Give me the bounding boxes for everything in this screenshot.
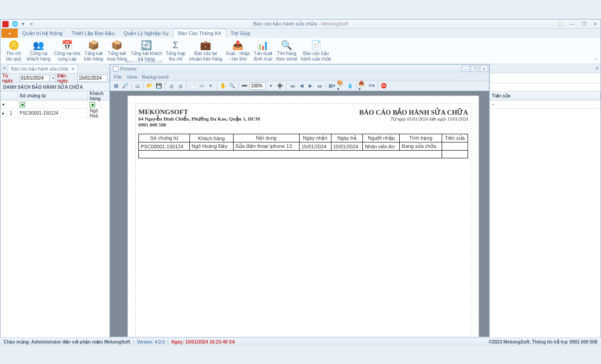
table-row[interactable]: ▸ 1 PSC00001-150124 Ngô Hoà: [0, 109, 109, 118]
report-page: MEKONGSOFT 64 Nguyễn Đình Chiểu, Phường …: [127, 96, 479, 337]
ribbon-icon: 📊: [258, 40, 269, 51]
row-indicator: ▸: [0, 109, 8, 117]
ribbon-btn-8[interactable]: 📤Xuất - nhập- tồn kho: [224, 39, 252, 62]
from-date-input[interactable]: [20, 75, 50, 82]
close-right-tab-icon[interactable]: ✕: [593, 64, 601, 73]
to-date-input[interactable]: [77, 75, 107, 82]
last-icon[interactable]: ⏭: [316, 82, 324, 90]
status-date: Ngày: 15/01/2024 10:23:48 SA: [171, 339, 235, 344]
ribbon-btn-3[interactable]: 📦Tổng kếtbán hàng: [82, 39, 105, 62]
ribbon-icon: 🪙: [8, 40, 19, 51]
print-icon[interactable]: 🖨: [167, 82, 175, 90]
zoom-input[interactable]: [250, 82, 266, 90]
pv-menu-file[interactable]: File: [114, 74, 122, 80]
export-icon[interactable]: 📤▾: [358, 82, 367, 90]
scale-icon[interactable]: ▾: [207, 82, 215, 90]
company-addr: 64 Nguyễn Đình Chiểu, Phường Đa Kao, Quậ…: [138, 116, 260, 122]
hand-icon[interactable]: ✋: [219, 82, 227, 90]
open-icon[interactable]: 📂: [146, 82, 154, 90]
dropdown-icon[interactable]: ▾: [20, 20, 27, 28]
menu-tab-reports[interactable]: Báo Cáo Thống Kê: [173, 29, 226, 38]
globe-icon[interactable]: 🌐: [11, 20, 19, 28]
pagesetup-icon[interactable]: 📄: [188, 82, 197, 90]
preview-title-text: Preview: [120, 66, 137, 71]
header-icon[interactable]: ▭: [198, 82, 206, 90]
ribbon-icon: 📤: [232, 40, 243, 51]
title-main: Báo cáo bảo hành sửa chữa: [253, 21, 317, 26]
right-filter-row: –: [490, 101, 601, 109]
menu-tab-system[interactable]: Quản trị hệ thống: [18, 29, 67, 38]
status-copyright: ©2023 MekongSoft. Thông tin hỗ trợ: 0901…: [489, 339, 597, 344]
col-sochungtu[interactable]: Số chứng từ: [18, 91, 88, 100]
right-filter-cell[interactable]: –: [490, 101, 601, 108]
file-button[interactable]: ▾: [1, 29, 18, 38]
ribbon-btn-9[interactable]: 📊Tồn dướiđịnh mức: [252, 39, 275, 62]
col-index[interactable]: [0, 91, 18, 100]
save-icon[interactable]: 💾: [155, 82, 163, 90]
params-icon[interactable]: 🗂: [133, 82, 142, 90]
col-tiensua[interactable]: Tiền sửa: [490, 91, 601, 100]
minimize-icon[interactable]: —: [568, 21, 576, 26]
filter-khachhang[interactable]: [88, 101, 109, 108]
ribbon-btn-6[interactable]: ΣTổng hợpthu chi: [164, 39, 187, 62]
next-icon[interactable]: ▶: [306, 82, 315, 90]
zoomin-icon[interactable]: ➕: [276, 82, 284, 90]
multipage-icon[interactable]: ▦▾: [328, 82, 336, 90]
from-date-dropdown-icon[interactable]: ▾: [51, 75, 56, 82]
company-block: MEKONGSOFT 64 Nguyễn Đình Chiểu, Phường …: [138, 108, 260, 127]
to-label: Đến ngày: [57, 73, 76, 83]
mail-icon[interactable]: ✉▾: [367, 82, 376, 90]
pv-menu-background[interactable]: Background: [142, 74, 168, 80]
ribbon-btn-1[interactable]: 👥Công nợkhách hàng: [25, 39, 52, 62]
zoom-dd-icon[interactable]: ▾: [267, 82, 275, 90]
preview-canvas[interactable]: MEKONGSOFT 64 Nguyễn Đình Chiểu, Phường …: [110, 91, 489, 337]
close-preview-icon[interactable]: ⛔: [380, 82, 388, 90]
ribbon-btn-7[interactable]: 💼Báo cáo lợinhuận bán hàng: [187, 39, 224, 62]
pv-menu-view[interactable]: View: [127, 74, 138, 80]
ribbon-btn-11[interactable]: 📄Báo cáo bảohành sửa chữa: [299, 39, 333, 62]
ribbon-minimize-icon[interactable]: ⌃: [594, 58, 598, 63]
ribbon-btn-2[interactable]: 📅Công nợ nhàcung cấp: [52, 39, 82, 62]
thumbnail-icon[interactable]: ▦: [112, 82, 120, 90]
filter-sochungtu[interactable]: [18, 101, 88, 108]
first-icon[interactable]: ⏮: [288, 82, 296, 90]
right-spacer: [490, 73, 601, 83]
status-welcome: Chào mừng: Administrator đến với phần mề…: [4, 339, 130, 344]
close-icon[interactable]: ✕: [591, 21, 599, 26]
preview-menu: File View Background: [110, 73, 489, 81]
col-khachhang[interactable]: Khách hàng: [88, 91, 109, 100]
preview-restore-icon[interactable]: ❐: [471, 66, 479, 72]
right-grid-header: Tiền sửa: [490, 91, 601, 101]
find-icon[interactable]: 🔎: [121, 82, 129, 90]
status-version: Version: 4.0.0: [137, 339, 165, 344]
ribbon-icon: 📦: [112, 40, 122, 51]
quickprint-icon[interactable]: 🖨: [176, 82, 184, 90]
filter-row: ▾: [0, 101, 109, 109]
zoomout-icon[interactable]: ➖: [240, 82, 249, 90]
close-all-tabs-icon[interactable]: ✕: [0, 64, 8, 73]
watermark-icon[interactable]: 💧: [346, 82, 354, 90]
menu-tab-setup[interactable]: Thiết Lập Ban Đầu: [67, 29, 119, 38]
ribbon-btn-0[interactable]: 🪙Thu chitồn quỹ: [2, 39, 25, 62]
menu-tab-help[interactable]: Trợ Giúp: [226, 29, 255, 38]
ribbon-btn-10[interactable]: 🔍Tìm hàngtheo serial: [275, 39, 299, 62]
preview-close-icon[interactable]: ✕: [480, 66, 488, 72]
rpt-col: Ngày trả: [331, 134, 363, 142]
menu-tab-business[interactable]: Quản Lý Nghiệp Vụ: [119, 29, 173, 38]
preview-window: Preview — ❐ ✕ File View Background ▦ 🔎: [110, 64, 489, 345]
collapse-icon[interactable]: ⛶: [556, 21, 565, 26]
list-title: DANH SÁCH BẢO HÀNH SỬA CHỮA: [0, 83, 109, 91]
status-bar: Chào mừng: Administrator đến với phần mề…: [0, 338, 601, 346]
prev-icon[interactable]: ◀: [297, 82, 306, 90]
magnifier-icon[interactable]: 🔍: [228, 82, 236, 90]
close-tab-icon[interactable]: ✕: [71, 66, 75, 71]
doc-tabs: ✕ Báo cáo bảo hành sửa chữa ✕: [0, 64, 109, 73]
report-daterange: Từ ngày 01/01/2024 đến ngày 15/01/2024: [359, 116, 468, 121]
right-doc-tabs: ✕: [490, 64, 601, 73]
restore-icon[interactable]: ❐: [580, 21, 588, 26]
ribbon-btn-5[interactable]: 🔄Tổng kết kháchtrả hàng: [129, 39, 164, 62]
ribbon-btn-4[interactable]: 📦Tổng kếtmua hàng: [105, 39, 128, 62]
preview-minimize-icon[interactable]: —: [462, 66, 470, 72]
color-icon[interactable]: 🎨▾: [337, 82, 345, 90]
doc-tab-warranty[interactable]: Báo cáo bảo hành sửa chữa ✕: [8, 64, 78, 73]
